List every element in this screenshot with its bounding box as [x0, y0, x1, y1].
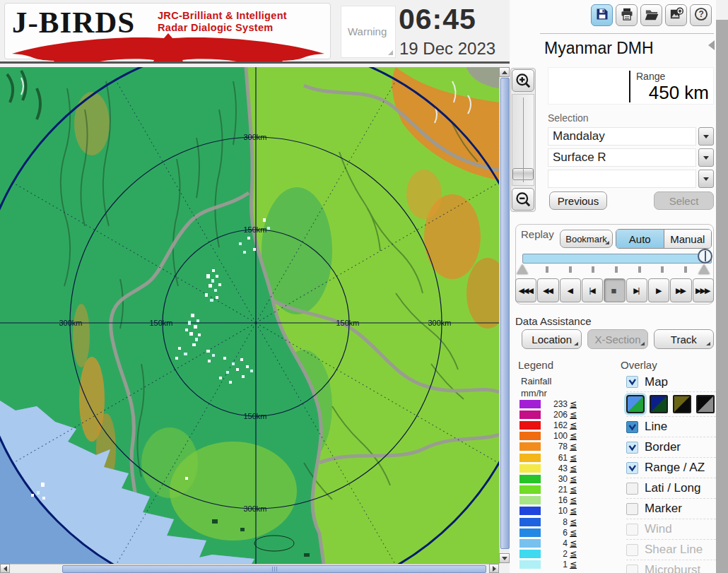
track-button[interactable]: Track	[654, 329, 714, 349]
open-folder-button[interactable]	[640, 4, 662, 26]
add-image-button[interactable]	[665, 4, 687, 26]
legend-row: 206≦	[519, 409, 587, 420]
manual-mode-button[interactable]: Manual	[664, 230, 712, 248]
map-style-blue-green-button[interactable]	[626, 395, 645, 413]
zoom-in-button[interactable]	[512, 69, 534, 92]
svg-text:300km: 300km	[243, 133, 266, 141]
legend-row: 43≦	[519, 463, 587, 473]
legend-value: 206	[541, 410, 568, 420]
slider-tick	[661, 266, 664, 273]
fast-rewind-button[interactable]: ◀◀	[537, 278, 558, 302]
legend-color-swatch	[519, 464, 541, 473]
play-button[interactable]: ▶	[648, 278, 669, 302]
site-field[interactable]: Mandalay	[548, 127, 696, 146]
skip-first-button[interactable]: |◀	[582, 278, 603, 302]
site-dropdown-button[interactable]	[698, 127, 714, 146]
range-display: Range 450 km	[548, 67, 714, 105]
scroll-up-button[interactable]	[499, 67, 510, 77]
product-field[interactable]: Surface R	[548, 148, 696, 167]
legend-unit-line1: Rainfall	[521, 376, 551, 386]
zoom-slider-thumb[interactable]	[512, 168, 534, 180]
app-logo: J-BIRDS JRC-Brilliant & Intelligent Rada…	[4, 3, 331, 59]
replay-timeline-slider[interactable]	[522, 254, 712, 264]
overlay-row-shear-line: Shear Line	[626, 539, 716, 560]
overlay-item-label: Border	[645, 440, 681, 454]
zoom-out-button[interactable]	[512, 188, 534, 211]
shear-line-checkbox[interactable]	[626, 544, 638, 556]
stop-button[interactable]: ■	[604, 278, 625, 302]
replay-mode-toggle: Auto Manual	[616, 229, 712, 249]
fast-forward-button[interactable]: ▶▶	[670, 278, 691, 302]
x-section-button[interactable]: X-Section	[587, 329, 647, 349]
product-dropdown-button[interactable]	[698, 148, 714, 167]
overlay-row-wind: Wind	[626, 519, 716, 539]
map-style-black-grey-button[interactable]	[696, 395, 715, 413]
station-title: Myanmar DMH	[544, 39, 654, 58]
play-reverse-button[interactable]: ◀	[560, 278, 581, 302]
thumb-grip	[274, 567, 275, 572]
legend-row: 6≦	[519, 527, 587, 538]
legend-value: 233	[541, 399, 568, 409]
legend-row: 16≦	[519, 495, 587, 506]
slider-tick	[684, 266, 687, 273]
legend-value: 30	[541, 474, 568, 484]
folder-icon	[645, 7, 659, 24]
option-field[interactable]	[548, 170, 696, 188]
replay-range-end-marker[interactable]	[698, 264, 710, 274]
skip-last-button[interactable]: ▶|	[626, 278, 647, 302]
range-az-checkbox[interactable]	[626, 462, 638, 474]
lati-long-checkbox[interactable]	[626, 483, 638, 495]
help-button[interactable]: ?	[690, 4, 712, 26]
replay-slider-handle[interactable]	[698, 249, 712, 264]
fast-rewind-triple-button[interactable]: ◀◀◀	[515, 278, 536, 302]
selection-option-combo	[548, 170, 714, 188]
image-plus-icon	[669, 7, 683, 24]
auto-mode-button[interactable]: Auto	[616, 230, 664, 248]
option-dropdown-button[interactable]	[698, 170, 714, 188]
border-checkbox[interactable]	[626, 442, 638, 454]
scroll-down-button[interactable]	[499, 553, 510, 563]
location-button[interactable]: Location	[522, 329, 582, 349]
map-vertical-scrollbar[interactable]	[499, 67, 510, 564]
thumb-grip	[276, 567, 277, 572]
marker-checkbox[interactable]	[626, 503, 638, 515]
panel-collapse-arrow-icon[interactable]	[708, 40, 715, 50]
legend-lte-symbol: ≦	[570, 463, 577, 473]
bookmark-button[interactable]: Bookmark	[560, 230, 613, 248]
map-style-navy-darkgreen-button[interactable]	[650, 395, 668, 413]
panel-edge-scroll-strip[interactable]	[716, 20, 728, 573]
radar-map-viewport[interactable]: 300km 150km 150km 300km 300km 150km 150k…	[0, 67, 499, 564]
chevron-down-icon	[703, 156, 709, 160]
previous-button[interactable]: Previous	[549, 191, 607, 210]
selection-label: Selection	[548, 112, 589, 124]
fast-forward-triple-button[interactable]: ▶▶▶	[693, 278, 714, 302]
legend-lte-symbol: ≦	[570, 442, 577, 451]
print-button[interactable]	[616, 4, 638, 26]
replay-range-start-marker[interactable]	[517, 264, 528, 274]
zoom-slider[interactable]	[512, 94, 534, 186]
vertical-scroll-thumb[interactable]	[500, 78, 510, 549]
line-checkbox[interactable]	[626, 421, 638, 433]
warning-label: Warning	[348, 25, 387, 37]
scroll-left-button[interactable]	[0, 564, 10, 573]
legend-color-swatch	[519, 560, 541, 569]
legend-lte-symbol: ≦	[570, 453, 577, 463]
map-style-olive-black-button[interactable]	[673, 395, 691, 413]
wind-checkbox[interactable]	[626, 524, 638, 536]
legend-row: 1≦	[519, 560, 587, 570]
horizontal-scroll-thumb[interactable]	[62, 565, 486, 573]
legend-label: Legend	[518, 359, 553, 371]
select-button[interactable]: Select	[654, 191, 714, 210]
toolbar-divider	[540, 33, 714, 34]
microburst-checkbox[interactable]	[626, 565, 638, 573]
map-checkbox[interactable]	[626, 376, 638, 388]
clock-date: 19 Dec 2023	[399, 39, 495, 59]
map-style-selector	[626, 391, 716, 416]
map-horizontal-scrollbar[interactable]	[0, 564, 499, 573]
svg-text:300km: 300km	[428, 319, 451, 327]
warning-selector[interactable]: Warning	[341, 6, 396, 58]
legend-value: 21	[541, 485, 568, 495]
legend-color-swatch	[519, 454, 541, 462]
scroll-right-button[interactable]	[489, 564, 499, 573]
save-button[interactable]	[591, 4, 613, 26]
